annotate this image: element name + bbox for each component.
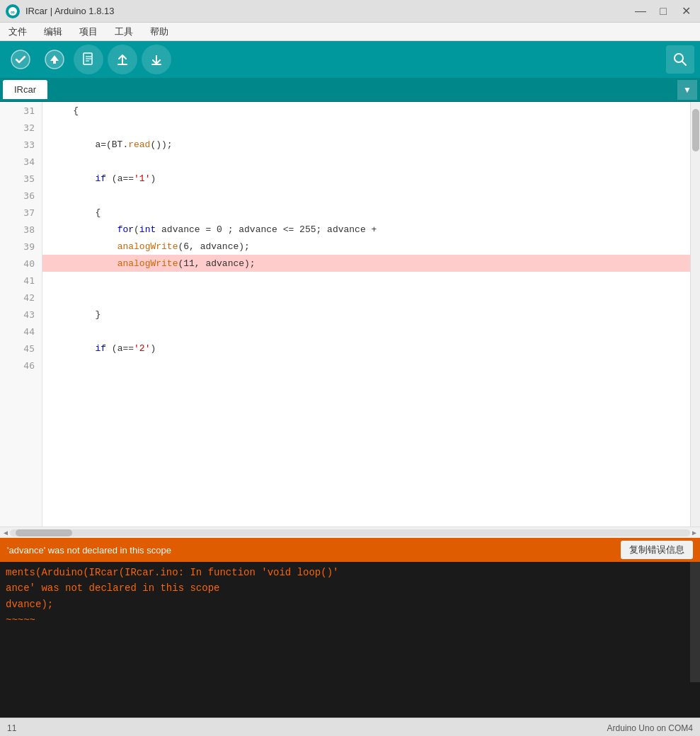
code-line-39: analogWrite(6, advance); [42, 238, 690, 255]
open-button[interactable] [108, 45, 137, 74]
close-button[interactable]: ✕ [677, 3, 694, 20]
line-number-41: 41 [0, 272, 42, 289]
verify-button[interactable] [6, 45, 35, 74]
tab-ircar[interactable]: IRcar [3, 80, 47, 99]
error-message: 'advance' was not declared in this scope [7, 545, 171, 556]
code-line-45: if (a=='2') [42, 340, 690, 357]
menu-tools[interactable]: 工具 [112, 24, 136, 40]
line-number-36: 36 [0, 187, 42, 204]
scroll-right-icon[interactable]: ▶ [690, 529, 699, 537]
line-number-43: 43 [0, 306, 42, 323]
svg-rect-5 [53, 61, 56, 64]
line-number-40: 40 [0, 255, 42, 272]
code-line-37: { [42, 204, 690, 221]
svg-line-13 [682, 62, 686, 65]
code-line-31: { [42, 102, 690, 119]
line-number-37: 37 [0, 204, 42, 221]
svg-rect-11 [151, 64, 161, 65]
console-line-3: ~~~~~ [6, 612, 694, 628]
line-number-32: 32 [0, 119, 42, 136]
line-number-38: 38 [0, 221, 42, 238]
code-line-46 [42, 357, 690, 374]
line-number-33: 33 [0, 136, 42, 153]
app-logo: ∞ [6, 4, 20, 18]
line-number-42: 42 [0, 289, 42, 306]
editor-area: 31323334353637383940414243444546 { a=(BT… [0, 102, 700, 527]
code-line-32 [42, 119, 690, 136]
toolbar [0, 41, 700, 78]
h-scrollbar-thumb[interactable] [16, 529, 72, 536]
console-line-0: ments(Arduino(IRcar(IRcar.ino: In functi… [6, 565, 694, 580]
minimize-button[interactable]: — [632, 3, 649, 20]
menu-help[interactable]: 帮助 [147, 24, 171, 40]
board-info: Arduino Uno on COM4 [607, 723, 693, 733]
code-line-43: } [42, 306, 690, 323]
menu-bar: 文件 编辑 项目 工具 帮助 [0, 23, 700, 41]
line-number-34: 34 [0, 153, 42, 170]
maximize-button[interactable]: □ [655, 3, 672, 20]
menu-file[interactable]: 文件 [6, 24, 30, 40]
menu-edit[interactable]: 编辑 [41, 24, 65, 40]
tab-bar: IRcar ▼ [0, 78, 700, 102]
toolbar-buttons [6, 45, 171, 74]
error-bar: 'advance' was not declared in this scope… [0, 538, 700, 562]
search-button[interactable] [666, 45, 694, 74]
line-number-46: 46 [0, 357, 42, 374]
svg-rect-10 [117, 64, 127, 65]
window-controls: — □ ✕ [632, 3, 694, 20]
status-bar: 11 Arduino Uno on COM4 [0, 718, 700, 736]
line-number-31: 31 [0, 102, 42, 119]
code-line-42 [42, 289, 690, 306]
vertical-scrollbar[interactable] [690, 102, 700, 527]
code-line-34 [42, 153, 690, 170]
line-number-44: 44 [0, 323, 42, 340]
title-bar: ∞ IRcar | Arduino 1.8.13 — □ ✕ [0, 0, 700, 23]
save-button[interactable] [142, 45, 171, 74]
code-line-40: analogWrite(11, advance); [42, 255, 690, 272]
code-line-44 [42, 323, 690, 340]
copy-error-button[interactable]: 复制错误信息 [621, 541, 693, 559]
upload-button[interactable] [40, 45, 69, 74]
line-number-45: 45 [0, 340, 42, 357]
code-line-41 [42, 272, 690, 289]
code-line-36 [42, 187, 690, 204]
cursor-position: 11 [7, 723, 16, 733]
console-output: ments(Arduino(IRcar(IRcar.ino: In functi… [0, 562, 700, 631]
line-number-39: 39 [0, 238, 42, 255]
line-numbers: 31323334353637383940414243444546 [0, 102, 42, 527]
svg-point-2 [11, 50, 30, 69]
title-bar-left: ∞ IRcar | Arduino 1.8.13 [6, 4, 115, 18]
console-line-2: dvance); [6, 597, 694, 612]
code-line-38: for(int advance = 0 ; advance <= 255; ad… [42, 221, 690, 238]
console-line-1: ance' was not declared in this scope [6, 580, 694, 596]
h-scrollbar-track[interactable] [10, 529, 690, 536]
scroll-left-icon[interactable]: ◀ [1, 529, 10, 537]
code-line-33: a=(BT.read()); [42, 136, 690, 153]
line-number-35: 35 [0, 170, 42, 187]
horizontal-scrollbar[interactable]: ◀ ▶ [0, 527, 700, 538]
scrollbar-thumb[interactable] [692, 109, 699, 151]
tab-dropdown-button[interactable]: ▼ [677, 80, 697, 100]
new-file-button[interactable] [74, 45, 103, 74]
code-line-35: if (a=='1') [42, 170, 690, 187]
code-content[interactable]: { a=(BT.read()); if (a=='1') { for(int a… [42, 102, 690, 527]
svg-text:∞: ∞ [11, 9, 15, 16]
menu-project[interactable]: 项目 [76, 24, 101, 40]
svg-point-12 [675, 54, 683, 62]
toolbar-right [666, 45, 694, 74]
console-area: ments(Arduino(IRcar(IRcar.ino: In functi… [0, 562, 700, 718]
window-title: IRcar | Arduino 1.8.13 [25, 6, 115, 16]
console-section: ments(Arduino(IRcar(IRcar.ino: In functi… [0, 562, 700, 718]
